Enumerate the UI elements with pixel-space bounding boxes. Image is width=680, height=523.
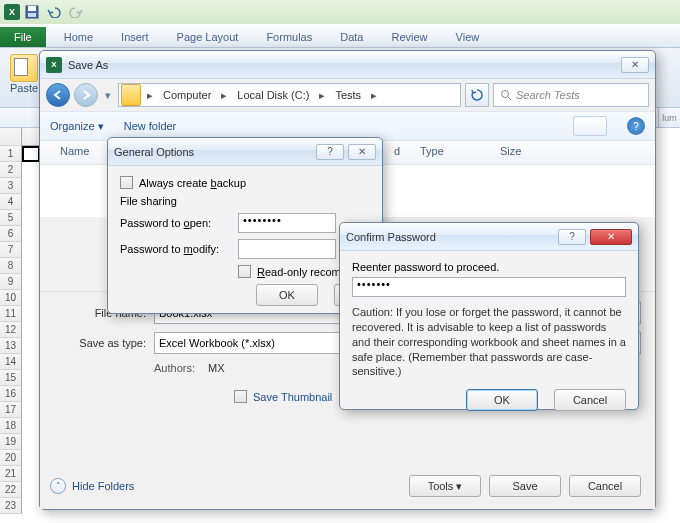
crumb-computer[interactable]: Computer [157,84,217,106]
help-icon[interactable]: ? [316,144,344,160]
col-size[interactable]: Size [490,141,531,164]
close-icon[interactable]: ✕ [621,57,649,73]
row-header[interactable]: 21 [0,466,22,482]
confirm-password-input[interactable]: ••••••• [352,277,626,297]
new-folder-button[interactable]: New folder [124,120,177,132]
authors-value[interactable]: MX [208,362,225,374]
row-header[interactable]: 13 [0,338,22,354]
row-header[interactable]: 12 [0,322,22,338]
dialog-title: Confirm Password [346,231,558,243]
row-header[interactable]: 2 [0,162,22,178]
general-options-titlebar[interactable]: General Options ? ✕ [108,138,382,166]
tools-menu[interactable]: Tools ▾ [409,475,481,497]
row-header[interactable]: 3 [0,178,22,194]
col-name[interactable]: Name [50,141,110,164]
forward-button[interactable] [74,83,98,107]
close-icon[interactable]: ✕ [590,229,632,245]
cancel-button[interactable]: Cancel [569,475,641,497]
chevron-right-icon[interactable]: ▸ [367,89,381,102]
row-header[interactable]: 19 [0,434,22,450]
col-type[interactable]: Type [410,141,490,164]
checkbox-icon[interactable] [238,265,251,278]
search-placeholder: Search Tests [516,89,580,101]
active-cell[interactable] [22,146,40,162]
select-all[interactable] [0,128,22,146]
chevron-right-icon[interactable]: ▸ [143,89,157,102]
svg-rect-2 [28,13,36,17]
save-thumbnail-label: Save Thumbnail [253,391,332,403]
chevron-right-icon[interactable]: ▸ [315,89,329,102]
tab-data[interactable]: Data [326,27,377,47]
ok-button[interactable]: OK [256,284,318,306]
undo-icon[interactable] [44,2,64,22]
tab-formulas[interactable]: Formulas [252,27,326,47]
pw-open-input[interactable]: •••••••• [238,213,336,233]
refresh-button[interactable] [465,83,489,107]
row-header[interactable]: 14 [0,354,22,370]
redo-icon[interactable] [66,2,86,22]
filetype-value: Excel Workbook (*.xlsx) [159,337,275,349]
hide-folders-button[interactable]: ˄Hide Folders [50,478,134,494]
save-icon[interactable] [22,2,42,22]
dialog-title: Save As [68,59,621,71]
row-header[interactable]: 5 [0,210,22,226]
row-header[interactable]: 17 [0,402,22,418]
confirm-password-dialog: Confirm Password ? ✕ Reenter password to… [339,222,639,410]
row-header[interactable]: 18 [0,418,22,434]
clipboard-icon [10,54,38,82]
backup-label: Always create backup [139,177,246,189]
organize-menu[interactable]: Organize ▾ [50,120,104,133]
back-button[interactable] [46,83,70,107]
search-input[interactable]: Search Tests [493,83,649,107]
checkbox-icon[interactable] [234,390,247,403]
cancel-button[interactable]: Cancel [554,389,626,411]
chevron-up-icon: ˄ [50,478,66,494]
row-header[interactable]: 7 [0,242,22,258]
row-header[interactable]: 20 [0,450,22,466]
dialog-title: General Options [114,146,316,158]
pw-open-label: Password to open: [120,217,238,229]
breadcrumb[interactable]: ▸ Computer ▸ Local Disk (C:) ▸ Tests ▸ [118,83,461,107]
backup-row[interactable]: Always create backup [120,176,370,189]
confirm-titlebar[interactable]: Confirm Password ? ✕ [340,223,638,251]
checkbox-icon[interactable] [120,176,133,189]
row-header[interactable]: 8 [0,258,22,274]
worksheet-grid: 1234567891011121314151617181920212223 [0,128,40,523]
row-header[interactable]: 10 [0,290,22,306]
tab-view[interactable]: View [442,27,494,47]
hide-folders-label: Hide Folders [72,480,134,492]
ok-button[interactable]: OK [466,389,538,411]
folder-icon [121,84,141,106]
row-header[interactable]: 15 [0,370,22,386]
help-icon[interactable]: ? [558,229,586,245]
tab-file[interactable]: File [0,27,46,47]
help-icon[interactable]: ? [627,117,645,135]
history-dropdown[interactable]: ▾ [102,83,114,107]
save-as-titlebar[interactable]: X Save As ✕ [40,51,655,79]
tab-insert[interactable]: Insert [107,27,163,47]
close-icon[interactable]: ✕ [348,144,376,160]
row-header[interactable]: 11 [0,306,22,322]
row-header[interactable]: 9 [0,274,22,290]
paste-label: Paste [10,82,38,94]
save-button[interactable]: Save [489,475,561,497]
chevron-right-icon[interactable]: ▸ [217,89,231,102]
row-header[interactable]: 16 [0,386,22,402]
pw-modify-input[interactable] [238,239,336,259]
authors-label: Authors: [154,362,195,374]
tab-review[interactable]: Review [377,27,441,47]
view-button[interactable] [573,116,607,136]
crumb-disk[interactable]: Local Disk (C:) [231,84,315,106]
row-header[interactable]: 22 [0,482,22,498]
row-header[interactable]: 23 [0,498,22,514]
row-header[interactable]: 1 [0,146,22,162]
row-header[interactable]: 6 [0,226,22,242]
prompt-label: Reenter password to proceed. [352,261,626,273]
tab-page-layout[interactable]: Page Layout [163,27,253,47]
row-header[interactable]: 4 [0,194,22,210]
crumb-folder[interactable]: Tests [329,84,367,106]
tab-home[interactable]: Home [50,27,107,47]
excel-icon: X [46,57,62,73]
readonly-label: Read-only recom [257,266,341,278]
readonly-row[interactable]: Read-only recom [120,265,370,278]
